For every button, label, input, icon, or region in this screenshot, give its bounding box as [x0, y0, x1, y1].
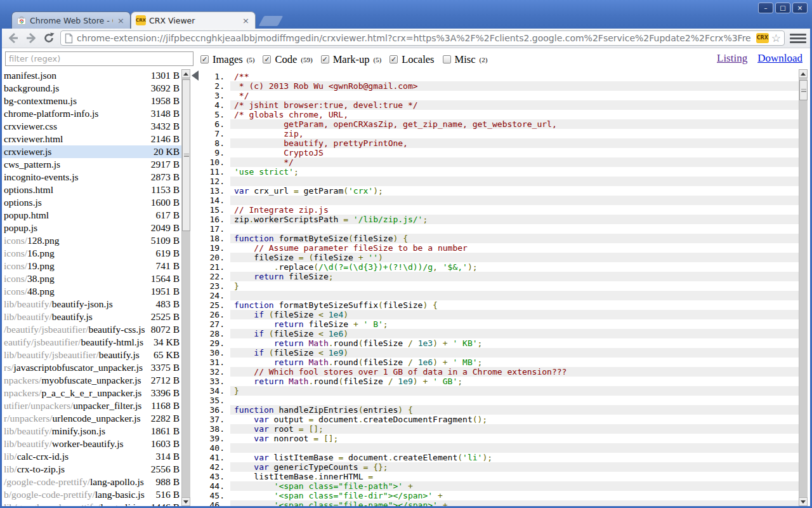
filter-mark-up[interactable]: ✓Mark-up (5) — [321, 53, 382, 66]
file-size: 2556 B — [151, 463, 181, 476]
tab-chrome-web-store[interactable]: Chrome Web Store - Ch × — [11, 11, 131, 29]
line-number: 20. — [200, 253, 230, 262]
forward-button[interactable] — [22, 30, 40, 46]
file-path: icons/16.png — [4, 247, 156, 260]
file-row[interactable]: cws_pattern.js2917 B — [2, 158, 181, 171]
file-row[interactable]: lib/calc-crx-id.js314 B — [2, 450, 181, 463]
window-border — [0, 29, 2, 508]
file-row[interactable]: crxviewer.js20 KB — [2, 145, 181, 158]
line-number: 24. — [200, 291, 230, 300]
file-row[interactable]: npackers/myobfuscate_unpacker.js2712 B — [2, 374, 181, 387]
file-row[interactable]: icons/38.png1564 B — [2, 272, 181, 285]
scrollbar-thumb[interactable] — [182, 79, 190, 231]
file-row[interactable]: crxviewer.css3432 B — [2, 120, 181, 133]
file-size: 1951 B — [151, 285, 181, 298]
file-path: lib/google-code-prettify/lang-clj.js — [4, 501, 151, 506]
code-line: 29. return Math.round(fileSize / 1e3) + … — [200, 338, 799, 348]
filter-input[interactable] — [5, 51, 193, 66]
tab-crx-viewer[interactable]: CRX CRX Viewer × — [131, 11, 256, 29]
omnibox[interactable]: chrome-extension://jifpbeccnghkjeaalbbjm… — [60, 30, 785, 46]
filter-images[interactable]: ✓Images (5) — [200, 53, 254, 66]
download-link[interactable]: Download — [757, 52, 802, 65]
file-row[interactable]: options.html1153 B — [2, 184, 181, 196]
scrollbar-track[interactable] — [181, 78, 190, 497]
file-row[interactable]: bg-contextmenu.js1958 B — [2, 95, 181, 107]
file-row[interactable]: /beautify/jsbeautifier/beautify-css.js80… — [2, 323, 181, 336]
file-row[interactable]: popup.html617 B — [2, 209, 181, 222]
line-number: 12. — [200, 177, 230, 186]
file-size: 2712 B — [151, 374, 181, 387]
scrollbar-thumb[interactable] — [799, 80, 808, 100]
file-row[interactable]: r/unpackers/urlencode_unpacker.js2282 B — [2, 412, 181, 425]
file-row[interactable]: icons/128.png5109 B — [2, 234, 181, 247]
menu-button[interactable] — [790, 30, 806, 46]
line-number: 21. — [200, 262, 230, 272]
code-scrollbar[interactable] — [799, 69, 808, 506]
new-tab-button[interactable] — [259, 16, 284, 26]
checkbox[interactable] — [443, 55, 451, 64]
file-row[interactable]: popup.js2049 B — [2, 222, 181, 234]
scroll-up-button[interactable] — [181, 69, 190, 78]
line-number: 30. — [200, 348, 230, 358]
code-viewer-panel: 1./**2. * (c) 2013 Rob Wu <gwnRob@gmail.… — [200, 69, 808, 506]
file-row[interactable]: utifier/unpackers/unpacker_filter.js1168… — [2, 399, 181, 412]
scrollbar-track[interactable] — [799, 78, 808, 497]
line-number: 26. — [200, 310, 230, 319]
file-size: 483 B — [156, 298, 181, 311]
bookmark-star-icon[interactable]: ☆ — [771, 33, 781, 44]
close-button[interactable]: × — [792, 3, 808, 13]
file-row[interactable]: background.js3692 B — [2, 82, 181, 95]
file-row[interactable]: /google-code-prettify/lang-apollo.js988 … — [2, 476, 181, 488]
file-row[interactable]: b/google-code-prettify/lang-basic.js516 … — [2, 488, 181, 501]
checkbox[interactable]: ✓ — [390, 55, 398, 64]
file-row[interactable]: lib/beautify/beautify.js2525 B — [2, 311, 181, 323]
filter-code[interactable]: ✓Code (59) — [263, 53, 312, 66]
scroll-down-button[interactable] — [181, 497, 190, 506]
file-size: 5109 B — [151, 234, 181, 247]
file-row[interactable]: lib/beautify/beautify-json.js483 B — [2, 298, 181, 311]
code-line: 19. // Assume parameter fileSize to be a… — [200, 243, 799, 253]
scroll-down-button[interactable] — [799, 497, 808, 506]
file-row[interactable]: manifest.json1301 B — [2, 69, 181, 82]
checkbox[interactable]: ✓ — [321, 55, 329, 64]
file-row[interactable]: chrome-platform-info.js3148 B — [2, 107, 181, 120]
file-row[interactable]: incognito-events.js2873 B — [2, 171, 181, 184]
file-path: icons/48.png — [4, 285, 151, 298]
scroll-up-button[interactable] — [799, 69, 808, 78]
file-row[interactable]: lib/google-code-prettify/lang-clj.js1446… — [2, 501, 181, 506]
file-path: crxviewer.css — [4, 120, 151, 133]
maximize-button[interactable]: □ — [775, 3, 790, 13]
filter-misc[interactable]: Misc (2) — [443, 53, 488, 66]
thumb-grip-icon — [801, 89, 806, 92]
file-list: manifest.json1301 Bbackground.js3692 Bbg… — [2, 69, 181, 506]
file-row[interactable]: icons/19.png741 B — [2, 260, 181, 272]
file-row[interactable]: lib/crx-to-zip.js2556 B — [2, 463, 181, 476]
file-list-scrollbar[interactable] — [181, 69, 190, 506]
crx-page-action-icon[interactable]: CRX — [756, 33, 769, 43]
file-row[interactable]: lib/beautify/jsbeautifier/beautify.js65 … — [2, 349, 181, 361]
file-row[interactable]: lib/beautify/worker-beautify.js1603 B — [2, 438, 181, 450]
minimize-button[interactable]: – — [758, 3, 773, 13]
tab-close-icon[interactable]: × — [116, 16, 126, 25]
file-row[interactable]: lib/beautify/minify.json.js1861 B — [2, 425, 181, 438]
listing-link[interactable]: Listing — [717, 52, 747, 65]
filter-locales[interactable]: ✓Locales — [390, 53, 434, 66]
code-line: 4./* jshint browser:true, devel:true */ — [200, 100, 799, 110]
url-text[interactable]: chrome-extension://jifpbeccnghkjeaalbbjm… — [77, 33, 756, 43]
checkbox[interactable]: ✓ — [200, 55, 209, 64]
checkbox[interactable]: ✓ — [263, 55, 271, 64]
reload-button[interactable] — [40, 30, 58, 46]
file-row[interactable]: eautify/jsbeautifier/beautify-html.js34 … — [2, 336, 181, 349]
file-row[interactable]: crxviewer.html2146 B — [2, 133, 181, 145]
file-size: 1958 B — [151, 95, 181, 107]
file-row[interactable]: rs/javascriptobfuscator_unpacker.js3375 … — [2, 361, 181, 374]
file-row[interactable]: npackers/p_a_c_k_e_r_unpacker.js3396 B — [2, 387, 181, 399]
collapse-file-list-toggle[interactable] — [192, 70, 199, 81]
file-row[interactable]: options.js1600 B — [2, 196, 181, 209]
file-row[interactable]: icons/48.png1951 B — [2, 285, 181, 298]
line-number: 8. — [200, 138, 230, 148]
file-row[interactable]: icons/16.png619 B — [2, 247, 181, 260]
back-button[interactable] — [4, 30, 22, 46]
tab-close-icon[interactable]: × — [241, 16, 251, 25]
window-controls: – □ × — [758, 3, 808, 13]
